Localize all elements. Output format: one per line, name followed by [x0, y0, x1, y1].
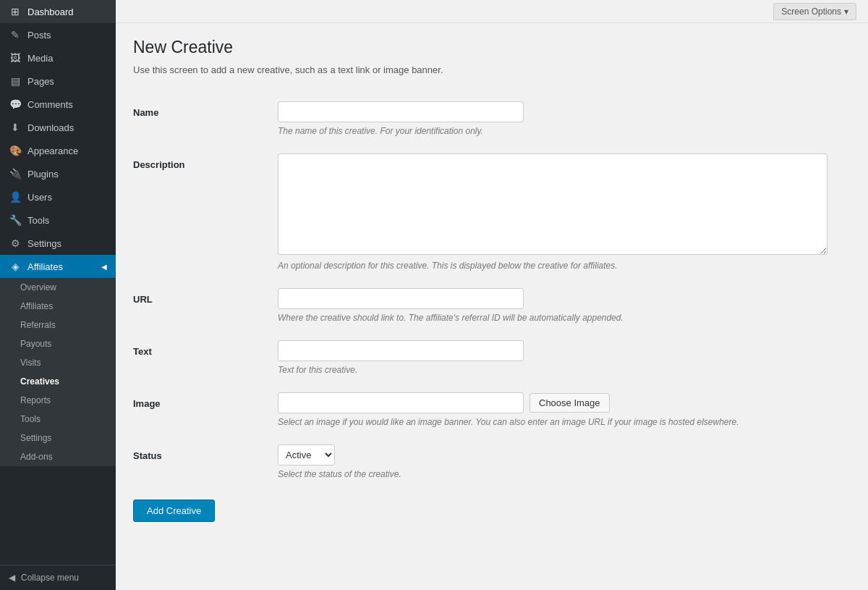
status-select[interactable]: Active Inactive: [278, 444, 335, 465]
sidebar-item-comments[interactable]: 💬 Comments: [0, 93, 116, 116]
submenu-item-reports[interactable]: Reports: [0, 391, 116, 410]
name-field-cell: The name of this creative. For your iden…: [278, 93, 851, 145]
form-row-url: URL Where the creative should link to. T…: [133, 279, 851, 332]
media-icon: 🖼: [9, 52, 22, 64]
image-field-row: Choose Image: [278, 392, 851, 413]
collapse-menu-button[interactable]: ◀ Collapse menu: [0, 565, 116, 590]
submenu-item-visits[interactable]: Visits: [0, 353, 116, 372]
affiliates-submenu: Overview Affiliates Referrals Payouts Vi…: [0, 278, 116, 466]
name-input[interactable]: [278, 101, 524, 122]
page-subtitle: Use this screen to add a new creative, s…: [133, 64, 851, 75]
url-hint: Where the creative should link to. The a…: [278, 313, 851, 323]
main-content: Screen Options ▾ New Creative Use this s…: [116, 0, 868, 590]
sidebar-item-users[interactable]: 👤 Users: [0, 185, 116, 208]
name-hint: The name of this creative. For your iden…: [278, 126, 851, 136]
sidebar-item-plugins[interactable]: 🔌 Plugins: [0, 162, 116, 185]
submenu-item-addons[interactable]: Add-ons: [0, 447, 116, 466]
pages-icon: ▤: [9, 75, 22, 87]
sidebar-item-appearance[interactable]: 🎨 Appearance: [0, 139, 116, 162]
sidebar: ⊞ Dashboard ✎ Posts 🖼 Media ▤ Pages 💬 Co…: [0, 0, 116, 590]
sidebar-item-tools[interactable]: 🔧 Tools: [0, 208, 116, 232]
description-field-cell: An optional description for this creativ…: [278, 145, 851, 279]
form-row-text: Text Text for this creative.: [133, 332, 851, 384]
status-field-cell: Active Inactive Select the status of the…: [278, 436, 851, 488]
settings-icon: ⚙: [9, 237, 22, 249]
description-label: Description: [133, 145, 278, 279]
image-label: Image: [133, 384, 278, 436]
url-field-cell: Where the creative should link to. The a…: [278, 279, 851, 332]
page-title: New Creative: [133, 38, 851, 57]
sidebar-item-affiliates[interactable]: ◈ Affiliates ◀: [0, 255, 116, 278]
form-table: Name The name of this creative. For your…: [133, 93, 851, 488]
image-hint: Select an image if you would like an ima…: [278, 417, 851, 427]
appearance-icon: 🎨: [9, 145, 22, 156]
posts-icon: ✎: [9, 29, 22, 41]
submenu-item-overview[interactable]: Overview: [0, 278, 116, 297]
form-row-name: Name The name of this creative. For your…: [133, 93, 851, 145]
dashboard-icon: ⊞: [9, 6, 22, 17]
affiliates-icon: ◈: [9, 261, 22, 272]
sidebar-item-downloads[interactable]: ⬇ Downloads: [0, 116, 116, 139]
description-hint: An optional description for this creativ…: [278, 261, 851, 271]
sidebar-item-media[interactable]: 🖼 Media: [0, 46, 116, 69]
status-hint: Select the status of the creative.: [278, 469, 851, 479]
name-label: Name: [133, 93, 278, 145]
url-label: URL: [133, 279, 278, 332]
plugins-icon: 🔌: [9, 168, 22, 180]
downloads-icon: ⬇: [9, 122, 22, 133]
collapse-icon: ◀: [9, 573, 15, 583]
choose-image-button[interactable]: Choose Image: [529, 393, 610, 413]
submenu-item-creatives[interactable]: Creatives: [0, 372, 116, 391]
screen-options-button[interactable]: Screen Options ▾: [773, 3, 856, 20]
content-area: New Creative Use this screen to add a ne…: [116, 23, 868, 590]
submenu-item-referrals[interactable]: Referrals: [0, 316, 116, 334]
submenu-item-settings[interactable]: Settings: [0, 429, 116, 447]
chevron-down-icon: ▾: [844, 7, 848, 17]
url-input[interactable]: [278, 288, 524, 309]
description-textarea[interactable]: [278, 153, 827, 255]
sidebar-item-pages[interactable]: ▤ Pages: [0, 69, 116, 93]
submenu-item-affiliates[interactable]: Affiliates: [0, 297, 116, 316]
text-input[interactable]: [278, 340, 524, 361]
comments-icon: 💬: [9, 98, 22, 110]
affiliates-arrow-icon: ◀: [101, 263, 107, 271]
image-field-cell: Choose Image Select an image if you woul…: [278, 384, 851, 436]
image-url-input[interactable]: [278, 392, 524, 413]
text-label: Text: [133, 332, 278, 384]
users-icon: 👤: [9, 191, 22, 203]
status-label: Status: [133, 436, 278, 488]
text-field-cell: Text for this creative.: [278, 332, 851, 384]
topbar: Screen Options ▾: [116, 0, 868, 23]
submenu-item-payouts[interactable]: Payouts: [0, 334, 116, 353]
tools-icon: 🔧: [9, 214, 22, 226]
text-hint: Text for this creative.: [278, 365, 851, 375]
sidebar-item-settings[interactable]: ⚙ Settings: [0, 232, 116, 255]
add-creative-button[interactable]: Add Creative: [133, 500, 215, 522]
form-row-description: Description An optional description for …: [133, 145, 851, 279]
form-row-status: Status Active Inactive Select the status…: [133, 436, 851, 488]
sidebar-item-posts[interactable]: ✎ Posts: [0, 23, 116, 46]
submenu-item-tools[interactable]: Tools: [0, 410, 116, 429]
form-row-image: Image Choose Image Select an image if yo…: [133, 384, 851, 436]
sidebar-item-dashboard[interactable]: ⊞ Dashboard: [0, 0, 116, 23]
